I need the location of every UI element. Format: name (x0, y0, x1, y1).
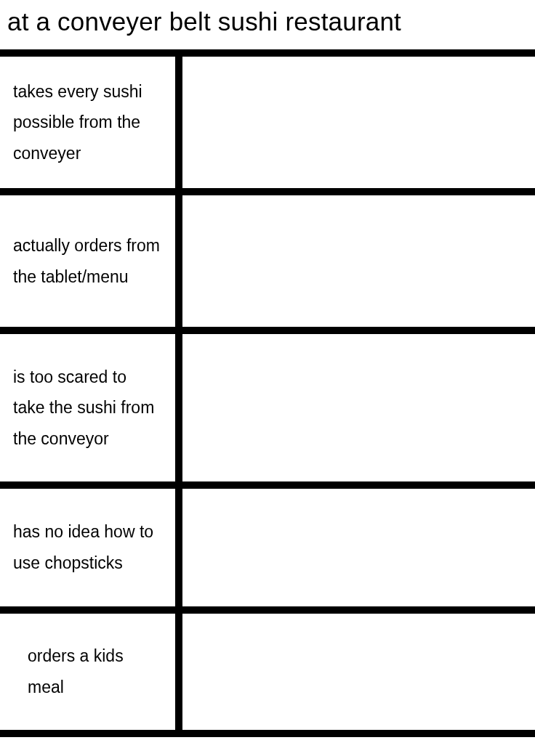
template-title: at a conveyer belt sushi restaurant (0, 0, 535, 49)
row-label: has no idea how to use chopsticks (13, 516, 162, 578)
row-image-cell (182, 334, 535, 481)
table-row: takes every sushi possible from the conv… (0, 49, 535, 188)
template-grid: takes every sushi possible from the conv… (0, 49, 535, 737)
row-image-cell (182, 57, 535, 188)
row-label-cell: actually orders from the tablet/menu (0, 195, 182, 327)
row-label-cell: orders a kids meal (0, 614, 182, 730)
row-image-cell (182, 489, 535, 606)
row-label-cell: is too scared to take the sushi from the… (0, 334, 182, 481)
table-row: actually orders from the tablet/menu (0, 188, 535, 327)
row-label: actually orders from the tablet/menu (13, 230, 162, 292)
table-row: orders a kids meal (0, 606, 535, 737)
row-image-cell (182, 614, 535, 730)
row-label: takes every sushi possible from the conv… (13, 76, 162, 169)
row-label: is too scared to take the sushi from the… (13, 362, 162, 455)
row-image-cell (182, 195, 535, 327)
row-label-cell: takes every sushi possible from the conv… (0, 57, 182, 188)
table-row: has no idea how to use chopsticks (0, 481, 535, 606)
table-row: is too scared to take the sushi from the… (0, 327, 535, 481)
row-label: orders a kids meal (28, 641, 162, 702)
row-label-cell: has no idea how to use chopsticks (0, 489, 182, 606)
